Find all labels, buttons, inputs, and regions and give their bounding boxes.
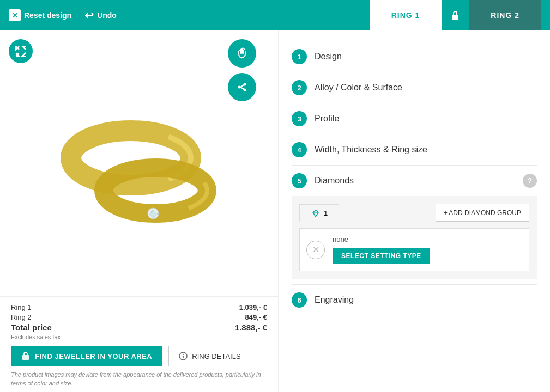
svg-point-7 (238, 86, 241, 89)
step-design[interactable]: 1 Design (292, 41, 537, 72)
step-4-badge: 4 (292, 142, 307, 157)
help-icon[interactable]: ? (523, 174, 537, 188)
toolbar: ✕ Reset design ↩ Undo RING 1 RING 2 (0, 0, 550, 30)
bag-icon (21, 351, 31, 361)
right-panel: 1 Design 2 Alloy / Color & Surface 3 Pro… (278, 30, 550, 392)
reset-design-button[interactable]: ✕ Reset design (9, 9, 71, 21)
step-4-label: Width, Thickness & Ring size (315, 145, 427, 155)
tab-lock[interactable] (442, 0, 469, 30)
ring1-price: 1.039,- € (239, 303, 267, 311)
step-6-badge: 6 (292, 292, 307, 308)
svg-point-6 (244, 89, 246, 91)
action-buttons: FIND JEWELLER IN YOUR AREA i RING DETAIL… (11, 346, 267, 366)
lock-icon (449, 9, 461, 21)
disclaimer-text: The product images may deviate from the … (11, 371, 262, 388)
add-diamond-group-button[interactable]: + ADD DIAMOND GROUP (436, 204, 529, 222)
select-setting-type-button[interactable]: SELECT SETTING TYPE (333, 248, 430, 264)
diamond-option-card: ✕ none SELECT SETTING TYPE (299, 228, 529, 271)
svg-rect-0 (452, 15, 458, 20)
diamonds-content: 1 + ADD DIAMOND GROUP ✕ none SELECT SETT… (292, 196, 537, 279)
share-icon (235, 80, 249, 94)
tab-ring1[interactable]: RING 1 (370, 0, 442, 30)
left-panel: MXXX Ring 1 1.039,- € Ring 2 849,- € Tot… (0, 30, 278, 392)
step-engraving[interactable]: 6 Engraving (292, 285, 537, 315)
svg-rect-16 (22, 355, 29, 360)
ring2-price-row: Ring 2 849,- € (11, 313, 267, 321)
ring-details-button[interactable]: i RING DETAILS (168, 346, 251, 366)
ring-image: MXXX (52, 71, 226, 256)
reset-label: Reset design (24, 11, 71, 20)
step-3-label: Profile (315, 114, 339, 124)
ring2-label: Ring 2 (11, 313, 32, 321)
step-3-badge: 3 (292, 111, 307, 126)
select-setting-label: SELECT SETTING TYPE (341, 252, 421, 260)
x-icon: ✕ (9, 9, 21, 21)
ring-details-label: RING DETAILS (192, 352, 240, 360)
undo-label: Undo (97, 11, 117, 20)
step-profile[interactable]: 3 Profile (292, 103, 537, 134)
total-price: 1.888,- € (235, 323, 267, 332)
step-alloy[interactable]: 2 Alloy / Color & Surface (292, 72, 537, 103)
total-label: Total price (11, 323, 52, 332)
find-jeweller-label: FIND JEWELLER IN YOUR AREA (35, 352, 152, 360)
step-2-label: Alloy / Color & Surface (315, 83, 402, 93)
svg-point-5 (244, 83, 246, 86)
share-icon-button[interactable] (228, 73, 256, 101)
price-area: Ring 1 1.039,- € Ring 2 849,- € Total pr… (0, 296, 278, 392)
step-6-label: Engraving (315, 295, 354, 305)
step-diamonds-section: 5 Diamonds ? 1 + A (292, 166, 537, 285)
add-diamond-group-label: + ADD DIAMOND GROUP (444, 209, 521, 217)
find-jeweller-button[interactable]: FIND JEWELLER IN YOUR AREA (11, 346, 162, 366)
step-diamonds-header[interactable]: 5 Diamonds ? (292, 166, 537, 196)
diamond-tab-1[interactable]: 1 (299, 204, 339, 222)
ring1-price-row: Ring 1 1.039,- € (11, 303, 267, 311)
hand-icon (235, 46, 249, 60)
total-price-row: Total price 1.888,- € (11, 323, 267, 332)
step-1-badge: 1 (292, 49, 307, 64)
right-icons (228, 39, 256, 101)
svg-text:i: i (183, 354, 184, 359)
expand-icon (15, 45, 27, 57)
main-layout: MXXX Ring 1 1.039,- € Ring 2 849,- € Tot… (0, 30, 550, 392)
toolbar-left: ✕ Reset design ↩ Undo (9, 9, 370, 22)
svg-text:MXXX: MXXX (136, 255, 149, 256)
diamond-none-label: none (333, 235, 430, 243)
step-5-badge: 5 (292, 173, 307, 188)
tab-ring2[interactable]: RING 2 (469, 0, 541, 30)
tab-group: RING 1 RING 2 (370, 0, 541, 30)
undo-button[interactable]: ↩ Undo (84, 9, 117, 22)
diamond-info: none SELECT SETTING TYPE (333, 235, 430, 264)
ring2-price: 849,- € (245, 313, 267, 321)
step-1-label: Design (315, 52, 342, 62)
expand-button[interactable] (9, 39, 33, 63)
diamond-tabs: 1 + ADD DIAMOND GROUP (299, 204, 529, 222)
diamond-remove-button[interactable]: ✕ (306, 241, 325, 259)
undo-arrow-icon: ↩ (84, 9, 94, 22)
info-icon: i (179, 352, 188, 360)
hand-icon-button[interactable] (228, 39, 256, 68)
step-5-label: Diamonds (315, 176, 354, 186)
diamond-tab-1-label: 1 (324, 209, 328, 217)
tax-note: Excludes sales tax (11, 334, 267, 340)
step-width[interactable]: 4 Width, Thickness & Ring size (292, 134, 537, 166)
tab-ring1-label: RING 1 (391, 11, 420, 20)
step-2-badge: 2 (292, 80, 307, 95)
diamond-gem-icon (311, 210, 321, 217)
ring1-label: Ring 1 (11, 303, 32, 311)
tab-ring2-label: RING 2 (491, 11, 519, 20)
